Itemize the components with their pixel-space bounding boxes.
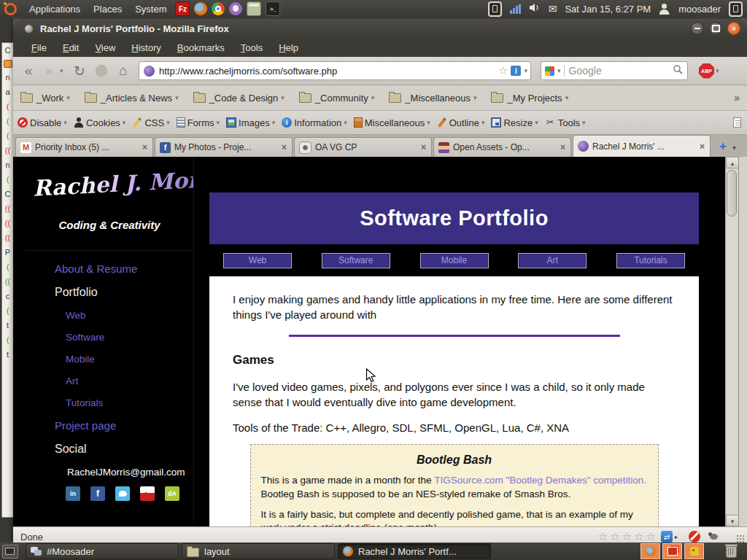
home-icon[interactable]: ⌂ [114,63,133,79]
volume-icon[interactable] [529,3,541,15]
network-signal-icon[interactable] [510,4,521,14]
linkedin-icon[interactable]: in [66,486,80,501]
tab-oa-vg-cp[interactable]: OA VG CP × [294,137,432,157]
search-icon[interactable] [673,64,684,78]
minimize-button[interactable] [691,22,704,35]
devtool-cookies[interactable]: Cookies ▾ [74,117,126,128]
menu-help[interactable]: Help [271,41,306,55]
nav-button-software[interactable]: Software [322,253,390,268]
sidebar-item-tutorials[interactable]: Tutorials [66,397,193,408]
search-box[interactable]: ▾ Google [541,61,688,80]
menu-view[interactable]: View [87,41,123,55]
bookmark-folder-work[interactable]: _Work ▾ [20,93,70,104]
menu-applications[interactable]: Applications [23,0,87,18]
devtool-css[interactable]: CSS ▾ [132,117,169,128]
taskbar-item-firefox[interactable]: Rachel J Morris' Portf... [338,543,491,559]
calculator-launcher-icon[interactable] [247,1,261,16]
menu-places[interactable]: Places [87,0,128,18]
youtube-icon[interactable]: ▶ [140,486,155,501]
tab-rachel-j-morris[interactable]: Rachel J Morris' ... × [573,135,711,157]
taskbar-item-layout[interactable]: layout [182,543,335,559]
bookmark-folder-articles[interactable]: _Articles & News ▾ [85,93,179,104]
sidebar-item-software[interactable]: Software [66,332,193,343]
deviantart-icon[interactable]: dA [165,486,179,501]
bookmark-star-icon[interactable]: ☆ [498,64,508,77]
menu-system[interactable]: System [128,0,173,18]
menu-bookmarks[interactable]: Bookmarks [169,41,233,55]
rating-star-icon[interactable]: ☆ [598,530,608,543]
tray-folder-icon[interactable] [662,543,682,559]
menu-history[interactable]: History [123,41,169,55]
ubuntu-logo-icon[interactable] [4,3,17,15]
close-icon[interactable]: × [142,142,147,152]
tab-open-assets[interactable]: Open Assets - Op... × [433,137,571,157]
url-bar[interactable]: http://www.racheljmorris.com/software.ph… [139,61,531,80]
page-scrollbar[interactable]: ▴ ▾ [725,157,739,526]
mail-indicator-icon[interactable]: ✉ [549,3,557,15]
tigsource-link[interactable]: TIGSource.com "Bootleg Demakes" competit… [434,475,646,486]
menu-file[interactable]: File [23,41,55,55]
sidebar-item-web[interactable]: Web [66,310,193,321]
trash-icon[interactable] [726,545,737,558]
forward-icon[interactable]: » [39,63,58,79]
username[interactable]: moosader [678,4,721,15]
tab-priority-inbox[interactable]: M Priority Inbox (5) ... × [15,137,153,157]
stumbleupon-icon[interactable]: ⇄ [661,531,673,542]
titlebar[interactable]: Rachel J Morris' Portfolio - Mozilla Fir… [13,19,747,38]
nav-button-mobile[interactable]: Mobile [420,253,489,268]
tab-my-photos[interactable]: f My Photos - Proje... × [155,137,293,157]
menu-tools[interactable]: Tools [233,41,271,55]
search-engine-dropdown-icon[interactable]: ▾ [557,67,561,74]
new-tab-icon[interactable]: + [719,139,727,154]
devtool-outline[interactable]: Outline ▾ [437,117,485,128]
close-icon[interactable]: × [421,142,426,152]
close-icon[interactable]: × [282,142,287,152]
adblock-dropdown-icon[interactable]: ▾ [716,67,719,74]
rating-star-icon[interactable]: ☆ [610,530,619,543]
tab-list-dropdown-icon[interactable]: ▾ [732,144,736,152]
chevron-right-icon[interactable]: ▸ [675,534,678,540]
bug-report-icon[interactable] [710,534,718,540]
bookmark-folder-code-design[interactable]: _Code & Design ▾ [193,93,285,104]
devtool-miscellaneous[interactable]: Miscellaneous ▾ [354,117,430,128]
chrome-launcher-icon[interactable] [212,2,225,15]
google-icon[interactable] [545,66,554,76]
device-indicator-icon[interactable] [488,1,502,17]
reload-icon[interactable]: ↻ [70,63,89,79]
scroll-down-icon[interactable]: ▾ [726,515,739,526]
session-indicator-icon[interactable] [729,1,743,17]
back-icon[interactable]: « [19,63,38,79]
sidebar-item-project-page[interactable]: Project page [55,419,193,432]
nav-button-tutorials[interactable]: Tutorials [616,253,685,268]
filezilla-launcher-icon[interactable]: Fz [175,1,190,16]
maximize-button[interactable] [709,22,722,35]
clock[interactable]: Sat Jan 15, 6:27 PM [565,4,651,15]
sidebar-item-about-resume[interactable]: About & Resume [55,262,193,275]
view-source-icon[interactable] [733,117,741,128]
close-button[interactable]: × [727,22,740,35]
search-input[interactable]: Google [569,65,673,77]
nav-button-web[interactable]: Web [223,253,292,268]
devtool-disable[interactable]: Disable ▾ [18,117,67,128]
menu-edit[interactable]: Edit [55,41,87,55]
firefox-launcher-icon[interactable] [194,2,207,15]
window-menu-icon[interactable] [25,25,33,33]
bookmarks-overflow-icon[interactable]: » [734,92,740,104]
devtool-forms[interactable]: Forms ▾ [177,117,220,128]
sidebar-item-art[interactable]: Art [66,376,193,386]
sidebar-email[interactable]: RachelJMorris@gmail.com [67,467,193,478]
rating-star-icon[interactable]: ☆ [634,530,643,543]
twitter-icon[interactable] [115,486,130,501]
close-icon[interactable]: × [700,141,705,152]
adblock-status-icon[interactable] [689,531,700,542]
close-icon[interactable]: × [560,142,565,152]
url-dropdown-icon[interactable]: ▾ [524,67,527,74]
terminal-launcher-icon[interactable]: >_ [266,1,280,16]
devtool-images[interactable]: Images ▾ [226,117,275,128]
rating-star-icon[interactable]: ☆ [622,530,632,543]
bookmark-folder-miscellaneous[interactable]: _Miscellaneous ▾ [389,93,476,104]
rating-star-icon[interactable]: ☆ [646,530,656,543]
devtool-resize[interactable]: Resize ▾ [491,117,538,128]
adblock-plus-icon[interactable]: ABP [699,63,714,79]
taskbar-item-moosader[interactable]: #Moosader [26,543,179,559]
